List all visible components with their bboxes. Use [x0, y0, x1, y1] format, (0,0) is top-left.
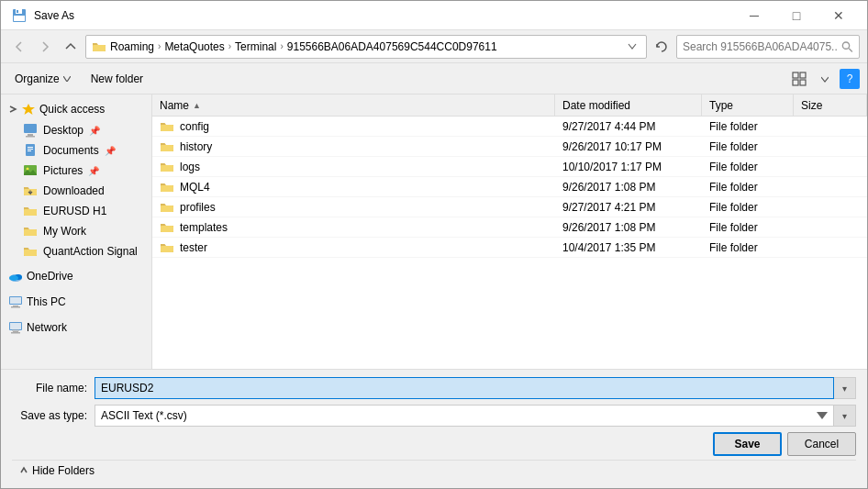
- title-bar-left: Save As: [12, 8, 74, 23]
- onedrive-icon: [8, 269, 23, 283]
- table-row[interactable]: history 9/26/2017 10:17 PM File folder: [152, 137, 867, 157]
- folder-icon: [160, 180, 174, 194]
- cancel-button[interactable]: Cancel: [787, 432, 856, 456]
- sidebar-item-pictures[interactable]: Pictures 📌: [1, 161, 151, 181]
- sidebar-item-downloaded[interactable]: Downloaded: [1, 181, 151, 201]
- crumb-metaquotes[interactable]: MetaQuotes: [164, 40, 224, 53]
- savetype-dropdown-button[interactable]: ▾: [834, 405, 856, 427]
- pictures-pin-icon: 📌: [88, 166, 99, 176]
- documents-pin-icon: 📌: [105, 146, 116, 156]
- title-controls: ─ □ ✕: [733, 6, 860, 25]
- dialog-title: Save As: [34, 9, 74, 22]
- organize-button[interactable]: Organize: [8, 68, 77, 90]
- svg-rect-17: [28, 149, 33, 150]
- svg-rect-3: [14, 16, 25, 21]
- documents-icon: [23, 143, 38, 158]
- file-list: config 9/27/2017 4:44 PM File folder his…: [152, 117, 867, 258]
- svg-rect-22: [24, 209, 37, 216]
- hide-folders-chevron-icon: [19, 466, 28, 475]
- filename-dropdown-button[interactable]: ▾: [834, 377, 856, 399]
- minimize-button[interactable]: ─: [733, 6, 775, 25]
- quick-access-header[interactable]: Quick access: [1, 98, 151, 120]
- network-item[interactable]: Network: [1, 317, 151, 339]
- folder-icon: [160, 160, 174, 174]
- svg-rect-39: [161, 165, 173, 172]
- crumb-roaming[interactable]: Roaming: [110, 40, 154, 53]
- onedrive-item[interactable]: OneDrive: [1, 265, 151, 287]
- col-header-size[interactable]: Size: [794, 94, 867, 116]
- title-bar: Save As ─ □ ✕: [1, 1, 867, 30]
- svg-rect-14: [26, 136, 35, 138]
- svg-rect-15: [26, 144, 35, 156]
- quick-access-chevron-icon: [8, 105, 17, 114]
- col-header-type[interactable]: Type: [702, 94, 794, 116]
- folder-icon: [160, 119, 174, 134]
- svg-rect-40: [161, 185, 173, 192]
- search-input[interactable]: [683, 40, 838, 53]
- filename-label: File name:: [12, 382, 95, 395]
- thispc-item[interactable]: This PC: [1, 291, 151, 313]
- close-button[interactable]: ✕: [818, 6, 860, 25]
- table-row[interactable]: config 9/27/2017 4:44 PM File folder: [152, 117, 867, 137]
- svg-line-6: [849, 48, 852, 51]
- view-dropdown-icon: [821, 75, 829, 83]
- crumb-guid[interactable]: 915566BA06ADA407569C544CC0D97611: [287, 40, 497, 53]
- folder-icon: [160, 240, 174, 255]
- savetype-row: Save as type: ASCII Text (*.csv) ▾: [12, 405, 856, 427]
- view-button[interactable]: [788, 68, 810, 90]
- filename-input[interactable]: [95, 377, 834, 399]
- file-list-area: Name ▲ Date modified Type Size: [152, 94, 867, 369]
- downloaded-folder-icon: [23, 183, 38, 198]
- sidebar-item-quantaction[interactable]: QuantAction Signal: [1, 241, 151, 261]
- maximize-button[interactable]: □: [775, 6, 818, 25]
- view-icon: [792, 72, 807, 86]
- svg-rect-37: [161, 125, 173, 131]
- network-icon: [8, 320, 23, 335]
- refresh-button[interactable]: [651, 36, 673, 58]
- back-button[interactable]: [8, 36, 30, 58]
- pictures-icon: [23, 163, 38, 178]
- address-dropdown-button[interactable]: [624, 36, 640, 58]
- col-header-name[interactable]: Name ▲: [152, 94, 555, 116]
- folder-icon: [160, 220, 174, 235]
- col-header-date[interactable]: Date modified: [555, 94, 702, 116]
- folder-icon: [160, 139, 174, 154]
- view-dropdown-button[interactable]: [814, 68, 836, 90]
- svg-rect-4: [93, 45, 106, 51]
- sidebar-item-documents[interactable]: Documents 📌: [1, 140, 151, 161]
- mywork-folder-icon: [23, 224, 38, 239]
- quick-access-icon: [21, 102, 36, 117]
- sort-arrow: ▲: [193, 101, 201, 110]
- forward-button[interactable]: [34, 36, 56, 58]
- quick-access-section: Quick access Desktop 📌: [1, 98, 151, 261]
- sidebar-item-mywork[interactable]: My Work: [1, 221, 151, 241]
- crumb-terminal[interactable]: Terminal: [235, 40, 276, 53]
- svg-rect-18: [28, 150, 31, 151]
- help-button[interactable]: ?: [840, 69, 860, 89]
- filename-input-wrapper: ▾: [95, 377, 856, 399]
- address-bar[interactable]: Roaming › MetaQuotes › Terminal › 915566…: [85, 35, 647, 59]
- filename-row: File name: ▾: [12, 377, 856, 399]
- svg-rect-7: [793, 72, 798, 78]
- table-row[interactable]: MQL4 9/26/2017 1:08 PM File folder: [152, 177, 867, 197]
- hide-folders-bar[interactable]: Hide Folders: [12, 460, 856, 481]
- save-title-icon: [12, 8, 27, 23]
- table-row[interactable]: profiles 9/27/2017 4:21 PM File folder: [152, 197, 867, 217]
- svg-rect-9: [793, 80, 798, 85]
- table-row[interactable]: tester 10/4/2017 1:35 PM File folder: [152, 238, 867, 258]
- svg-rect-42: [161, 226, 173, 232]
- svg-rect-35: [11, 332, 20, 334]
- sidebar-item-desktop[interactable]: Desktop 📌: [1, 120, 151, 140]
- new-folder-button[interactable]: New folder: [84, 68, 150, 90]
- svg-rect-38: [161, 145, 173, 151]
- svg-point-5: [843, 41, 850, 48]
- save-button[interactable]: Save: [713, 432, 782, 456]
- table-row[interactable]: logs 10/10/2017 1:17 PM File folder: [152, 157, 867, 177]
- savetype-label: Save as type:: [12, 409, 95, 422]
- onedrive-section: OneDrive: [1, 265, 151, 287]
- table-row[interactable]: templates 9/26/2017 1:08 PM File folder: [152, 217, 867, 238]
- up-button[interactable]: [60, 36, 82, 58]
- sidebar: Quick access Desktop 📌: [1, 94, 152, 369]
- sidebar-item-eurusd[interactable]: EURUSD H1: [1, 201, 151, 221]
- savetype-select[interactable]: ASCII Text (*.csv): [95, 405, 834, 427]
